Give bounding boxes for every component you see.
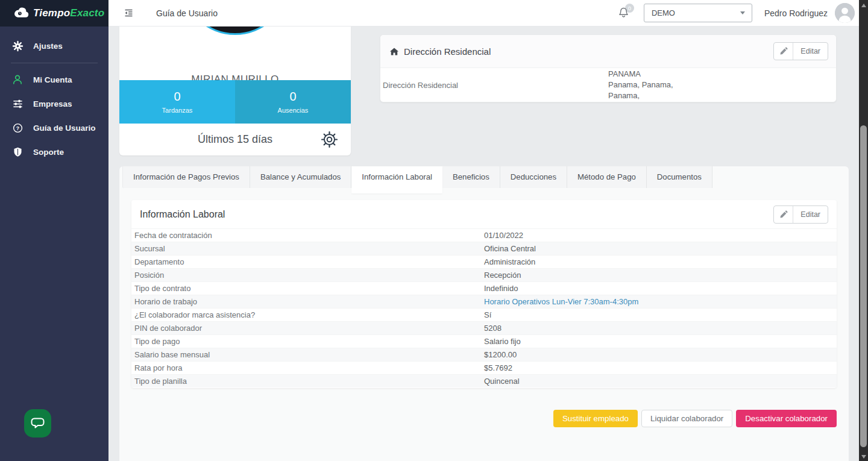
row-value: $5.7692 <box>484 362 512 374</box>
row-label: Rata por hora <box>131 362 484 374</box>
labor-info-header: Información Laboral Editar <box>131 200 837 228</box>
table-row: Horario de trabajoHorario Operativos Lun… <box>131 295 837 308</box>
table-row: Salario base mensual$1200.00 <box>131 348 837 361</box>
tab-strip: Información de Pagos Previos Balance y A… <box>119 166 849 193</box>
tab-metodo-de-pago[interactable]: Método de Pago <box>567 166 647 188</box>
sidebar-item-ajustes[interactable]: Ajustes <box>0 34 108 58</box>
employee-action-buttons: Sustituir empleado Liquidar colaborador … <box>553 410 837 427</box>
row-label: Posición <box>131 269 484 281</box>
chat-widget-button[interactable] <box>24 409 51 437</box>
main-content: MIRIAN MURILLO Recepción 0 Tardanzas 0 A… <box>108 27 868 461</box>
user-icon <box>11 73 24 86</box>
table-row: PosiciónRecepción <box>131 268 837 281</box>
residential-address-header: Dirección Residencial Editar <box>380 35 836 68</box>
sidebar-item-label: Empresas <box>33 99 72 108</box>
row-label: Sucursal <box>131 242 484 255</box>
sidebar-divider <box>11 63 98 63</box>
scrollbar-down-arrow-icon[interactable] <box>861 455 866 459</box>
employee-tabs-panel: Información de Pagos Previos Balance y A… <box>119 166 849 461</box>
substitute-employee-button[interactable]: Sustituir empleado <box>553 410 638 427</box>
address-field-label: Dirección Residencial <box>380 81 608 90</box>
labor-info-table: Fecha de contratación01/10/2022 Sucursal… <box>131 228 837 387</box>
table-row: ¿El colaborador marca asistencia?Sí <box>131 308 837 321</box>
table-row: SucursalOficina Central <box>131 242 837 255</box>
labor-info-title: Información Laboral <box>140 209 225 220</box>
stats-settings-gear-icon[interactable] <box>321 131 338 148</box>
stats-period-label: Últimos 15 días <box>198 133 272 146</box>
sidebar-toggle-icon[interactable] <box>124 8 134 18</box>
row-value: Indefinido <box>484 282 518 295</box>
brand-name: TiempoExacto <box>33 7 104 19</box>
pencil-icon <box>774 43 793 60</box>
deactivate-employee-button[interactable]: Desactivar colaborador <box>736 410 837 427</box>
user-name: Pedro Rodriguez <box>764 8 828 18</box>
row-label: Horario de trabajo <box>131 295 484 308</box>
row-value: Oficina Central <box>484 242 536 255</box>
edit-address-button[interactable]: Editar <box>773 42 828 60</box>
page-title: Guía de Usuario <box>156 8 218 18</box>
residential-address-body: Dirección Residencial PANAMA Panama, Pan… <box>380 68 836 102</box>
top-header: Guía de Usuario 0 DEMO Pedro Rodriguez <box>108 0 868 27</box>
vertical-scrollbar[interactable] <box>859 0 868 461</box>
shield-icon <box>11 145 24 158</box>
tab-beneficios[interactable]: Beneficios <box>442 166 500 188</box>
brand-logo[interactable]: TiempoExacto <box>0 0 108 27</box>
company-select-value: DEMO <box>652 8 675 17</box>
sidebar-item-label: Mi Cuenta <box>33 75 72 84</box>
table-row: Rata por hora$5.7692 <box>131 361 837 374</box>
row-value: $1200.00 <box>484 348 517 361</box>
table-row: Tipo de planillaQuincenal <box>131 374 837 387</box>
row-label: Tipo de pago <box>131 335 484 348</box>
edit-labor-info-button[interactable]: Editar <box>773 205 828 224</box>
sidebar-item-label: Guía de Usuario <box>33 124 96 133</box>
stat-value: 0 <box>174 90 180 104</box>
address-line: PANAMA <box>608 69 673 80</box>
row-label: Salario base mensual <box>131 348 484 361</box>
home-icon <box>389 47 399 56</box>
sidebar-item-label: Ajustes <box>33 42 63 51</box>
residential-address-card: Dirección Residencial Editar Dirección R… <box>380 34 837 102</box>
sidebar-item-guia-de-usuario[interactable]: ? Guía de Usuario <box>0 116 108 140</box>
svg-text:?: ? <box>16 125 19 131</box>
tab-documentos[interactable]: Documentos <box>647 166 712 188</box>
tab-informacion-de-pagos-previos[interactable]: Información de Pagos Previos <box>122 166 250 188</box>
app-window: TiempoExacto Ajustes Mi Cuenta <box>0 0 868 461</box>
sidebar-item-soporte[interactable]: Soporte <box>0 140 108 164</box>
employee-profile-card: MIRIAN MURILLO Recepción 0 Tardanzas 0 A… <box>119 27 351 155</box>
stat-label: Ausencias <box>278 107 309 114</box>
edit-button-label: Editar <box>793 43 828 60</box>
sidebar-item-mi-cuenta[interactable]: Mi Cuenta <box>0 67 108 92</box>
settle-employee-button[interactable]: Liquidar colaborador <box>641 410 732 427</box>
notifications-button[interactable]: 0 <box>617 5 631 21</box>
sidebar-item-empresas[interactable]: Empresas <box>0 92 108 116</box>
address-line: Panama, <box>608 90 673 101</box>
scrollbar-up-arrow-icon[interactable] <box>861 4 866 7</box>
question-circle-icon: ? <box>11 121 24 134</box>
row-label: Tipo de contrato <box>131 282 484 295</box>
stats-period-row: Últimos 15 días <box>119 124 351 155</box>
scrollbar-thumb[interactable] <box>860 125 867 447</box>
stat-tardanzas: 0 Tardanzas <box>119 80 235 124</box>
table-row: Fecha de contratación01/10/2022 <box>131 228 837 242</box>
tab-balance-y-acumulados[interactable]: Balance y Acumulados <box>250 166 351 188</box>
sidebar: TiempoExacto Ajustes Mi Cuenta <box>0 0 108 461</box>
work-schedule-link[interactable]: Horario Operativos Lun-Vier 7:30am-4:30p… <box>484 295 638 308</box>
row-label: PIN de colaborador <box>131 322 484 334</box>
row-value: Salario fijo <box>484 335 521 348</box>
row-value: Quincenal <box>484 375 520 387</box>
stat-ausencias: 0 Ausencias <box>235 80 351 124</box>
tab-deducciones[interactable]: Deducciones <box>500 166 567 188</box>
table-row: Tipo de pagoSalario fijo <box>131 334 837 348</box>
user-avatar[interactable] <box>835 3 855 23</box>
tab-informacion-laboral[interactable]: Información Laboral <box>351 166 442 193</box>
company-select[interactable]: DEMO <box>644 4 752 22</box>
pencil-icon <box>774 206 793 223</box>
employee-photo[interactable] <box>181 27 289 35</box>
stat-value: 0 <box>289 90 296 104</box>
gear-icon <box>11 39 24 52</box>
row-value: Administración <box>484 256 535 268</box>
chat-bubble-icon <box>30 416 46 431</box>
edit-button-label: Editar <box>793 206 828 223</box>
address-value: PANAMA Panama, Panama, Panama, <box>608 69 673 101</box>
residential-address-title: Dirección Residencial <box>404 46 491 57</box>
